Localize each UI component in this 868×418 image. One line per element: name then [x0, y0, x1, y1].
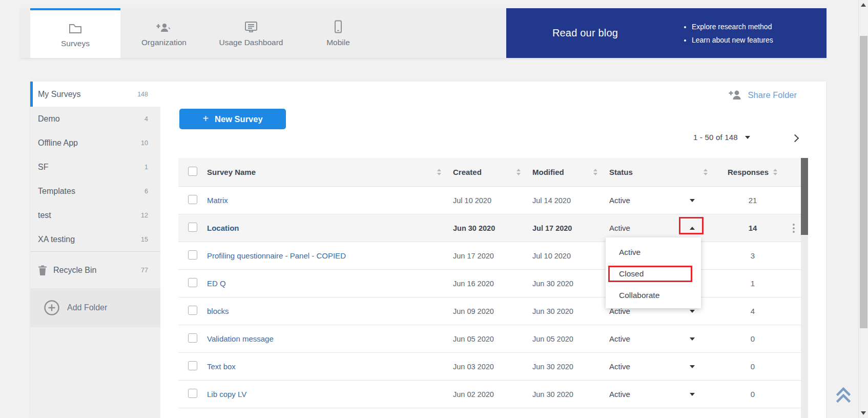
- folder-count: 1: [144, 164, 148, 171]
- created-cell: Jun 03 2020: [453, 363, 532, 371]
- row-checkbox[interactable]: [188, 250, 197, 260]
- status-dropdown-caret[interactable]: [690, 337, 695, 341]
- status-option-collaborate[interactable]: Collaborate: [606, 285, 701, 306]
- tab-mobile[interactable]: Mobile: [295, 8, 382, 58]
- created-cell: Jun 02 2020: [453, 390, 532, 399]
- status-dropdown-caret[interactable]: [690, 365, 695, 368]
- status-dropdown-caret[interactable]: [690, 199, 695, 202]
- column-header-responses: Responses: [728, 168, 769, 176]
- table-row: Lib copy LV Jun 02 2020 Jun 30 2020 Acti…: [178, 381, 801, 408]
- page-scrollbar-thumb[interactable]: [860, 36, 867, 328]
- select-all-checkbox[interactable]: [188, 167, 197, 176]
- modified-cell: Jun 05 2020: [532, 335, 609, 343]
- status-dropdown-caret[interactable]: [690, 393, 695, 396]
- modified-cell: Jun 30 2020: [532, 307, 609, 315]
- new-survey-button[interactable]: + New Survey: [179, 109, 286, 129]
- sidebar-item-demo[interactable]: Demo 4: [30, 107, 160, 131]
- table-row-selected: Location Jun 30 2020 Jul 17 2020 Active …: [178, 214, 801, 242]
- row-checkbox[interactable]: [188, 223, 197, 232]
- share-folder-button[interactable]: Share Folder: [729, 90, 797, 100]
- tab-organization[interactable]: Organization: [120, 8, 208, 58]
- modified-cell: Jul 10 2020: [532, 252, 609, 260]
- sidebar-item-recycle-bin[interactable]: Recycle Bin 77: [30, 251, 160, 288]
- row-checkbox[interactable]: [188, 361, 197, 370]
- folder-count: 10: [141, 140, 148, 147]
- modified-cell: Jul 14 2020: [532, 196, 609, 205]
- status-label: Active: [609, 334, 630, 343]
- status-label: Active: [609, 390, 630, 399]
- column-header-survey-name: Survey Name: [207, 168, 256, 176]
- responses-cell: 0: [719, 390, 786, 399]
- created-cell: Jun 05 2020: [453, 335, 532, 343]
- survey-name-link[interactable]: Profiling questionnaire - Panel - COPIED: [207, 251, 346, 260]
- status-label: Active: [609, 224, 630, 232]
- status-option-closed[interactable]: Closed: [606, 263, 701, 285]
- status-dropdown-caret-open[interactable]: [690, 227, 695, 230]
- sidebar-item-my-surveys[interactable]: My Surveys 148: [30, 82, 160, 107]
- add-folder-button[interactable]: Add Folder: [30, 288, 160, 327]
- created-cell: Jun 30 2020: [453, 224, 532, 232]
- page-scrollbar[interactable]: [858, 0, 868, 418]
- survey-name-link[interactable]: Lib copy LV: [207, 390, 246, 399]
- survey-name-link[interactable]: Text box: [207, 362, 236, 371]
- status-dropdown-caret[interactable]: [690, 310, 695, 313]
- survey-name-link[interactable]: Validation message: [207, 334, 274, 343]
- status-option-active[interactable]: Active: [606, 242, 701, 263]
- plus-circle-icon: [44, 300, 60, 316]
- recycle-bin-count: 77: [141, 267, 148, 274]
- pagination-caret-icon[interactable]: [745, 136, 750, 139]
- folder-label: Demo: [38, 114, 60, 124]
- banner-title: Read our blog: [506, 27, 664, 39]
- banner-bullet-list: Explore research method Learn about new …: [685, 20, 773, 47]
- tab-label: Organization: [141, 38, 187, 47]
- survey-name-link[interactable]: Location: [207, 224, 239, 232]
- responses-cell: 21: [719, 196, 786, 205]
- survey-name-link[interactable]: Matrix: [207, 196, 228, 205]
- pagination[interactable]: 1 - 50 of 148: [693, 133, 750, 142]
- modified-cell: Jun 30 2020: [532, 280, 609, 288]
- survey-name-link[interactable]: blocks: [207, 307, 229, 315]
- folder-label: Templates: [38, 187, 75, 196]
- sort-icon[interactable]: [437, 169, 442, 176]
- scroll-to-top-button[interactable]: [834, 384, 853, 404]
- folders-sidebar: My Surveys 148 Demo 4 Offline App 10 SF …: [30, 82, 160, 418]
- sidebar-item-xa-testing[interactable]: XA testing 15: [30, 227, 160, 251]
- table-row: Matrix Jul 10 2020 Jul 14 2020 Active 21: [178, 187, 801, 214]
- sort-icon[interactable]: [703, 169, 708, 176]
- column-header-created: Created: [453, 168, 482, 176]
- table-row: Profiling questionnaire - Panel - COPIED…: [178, 242, 801, 270]
- sidebar-item-sf[interactable]: SF 1: [30, 155, 160, 179]
- responses-cell: 3: [719, 251, 786, 260]
- tab-usage-dashboard[interactable]: Usage Dashboard: [208, 8, 295, 58]
- row-actions-kebab-icon[interactable]: [786, 224, 801, 233]
- sort-icon[interactable]: [593, 169, 598, 176]
- row-checkbox[interactable]: [188, 306, 197, 315]
- pagination-range: 1 - 50 of 148: [693, 133, 738, 142]
- mobile-phone-icon: [334, 19, 342, 33]
- row-checkbox[interactable]: [188, 195, 197, 204]
- table-scrollbar[interactable]: [801, 158, 808, 418]
- table-row: blocks Jun 09 2020 Jun 30 2020 Active 4: [178, 297, 801, 325]
- responses-cell: 0: [719, 362, 786, 371]
- status-label: Active: [609, 362, 630, 371]
- table-scrollbar-thumb[interactable]: [801, 158, 808, 235]
- row-checkbox[interactable]: [188, 389, 197, 398]
- blog-banner[interactable]: Read our blog Explore research method Le…: [506, 8, 826, 58]
- plus-icon: +: [202, 113, 209, 125]
- next-page-button[interactable]: [788, 131, 803, 146]
- sidebar-item-offline-app[interactable]: Offline App 10: [30, 131, 160, 155]
- row-checkbox[interactable]: [188, 333, 197, 343]
- row-checkbox[interactable]: [188, 278, 197, 287]
- sidebar-item-test[interactable]: test 12: [30, 203, 160, 227]
- scrollbar-up-arrow-icon[interactable]: [861, 3, 866, 7]
- sort-icon[interactable]: [516, 169, 521, 176]
- sidebar-item-templates[interactable]: Templates 6: [30, 179, 160, 203]
- share-folder-label: Share Folder: [748, 90, 797, 100]
- table-row: Text box Jun 03 2020 Jun 30 2020 Active …: [178, 353, 801, 381]
- survey-name-link[interactable]: ED Q: [207, 279, 226, 288]
- tab-surveys[interactable]: Surveys: [30, 8, 120, 58]
- scrollbar-down-arrow-icon[interactable]: [861, 411, 866, 415]
- sort-icon[interactable]: [773, 169, 778, 176]
- add-folder-label: Add Folder: [67, 303, 107, 312]
- table-row: Validation message Jun 05 2020 Jun 05 20…: [178, 325, 801, 353]
